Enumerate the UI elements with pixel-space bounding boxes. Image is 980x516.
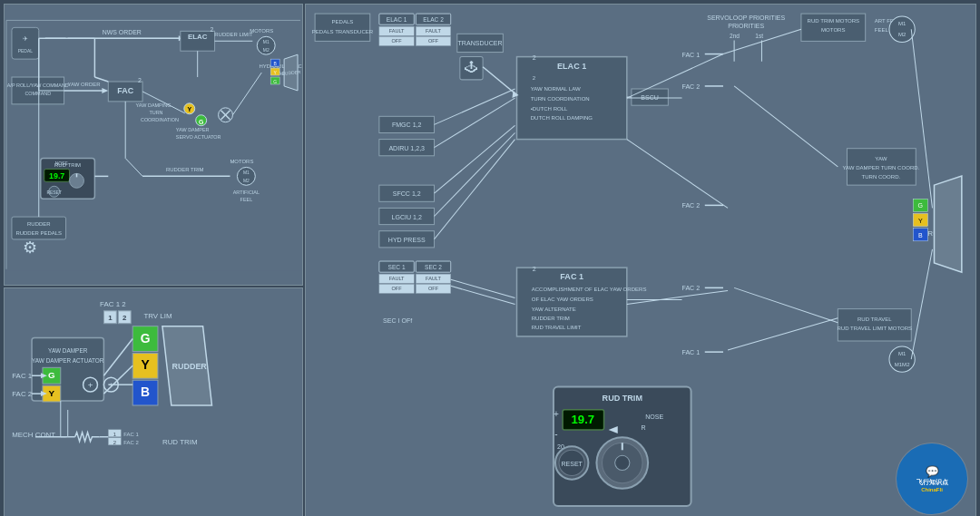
svg-text:2: 2 [211, 26, 214, 33]
svg-text:MOTORS: MOTORS [250, 28, 273, 34]
svg-text:RUD TRIM: RUD TRIM [603, 394, 642, 403]
svg-text:SEC I OFf: SEC I OFf [383, 317, 412, 324]
svg-text:RUD TRAVEL LIMIT MOTORS: RUD TRAVEL LIMIT MOTORS [837, 326, 912, 331]
svg-rect-69 [12, 217, 66, 239]
svg-text:ACCOMPLISHMENT OF ELAC YAW ORD: ACCOMPLISHMENT OF ELAC YAW ORDERS [532, 287, 647, 292]
svg-text:ELAC: ELAC [188, 33, 208, 41]
svg-text:TURN COORDINATION: TURN COORDINATION [531, 96, 590, 102]
svg-text:FAULT: FAULT [426, 28, 441, 34]
svg-text:FAC 1: FAC 1 [560, 272, 583, 281]
svg-text:TRANSDUCER: TRANSDUCER [458, 40, 503, 46]
right-panel: PEDALS PEDALS TRANSDUCER ELAC 1 ELAC 2 F… [305, 4, 976, 516]
svg-text:RUDDER TRIM: RUDDER TRIM [532, 316, 570, 321]
svg-text:OF ELAC YAW ORDERS: OF ELAC YAW ORDERS [532, 297, 593, 302]
svg-text:NOSE: NOSE [645, 414, 663, 420]
watermark: 💬 飞行知识点 ChinaFli [896, 443, 968, 515]
watermark-text2: ChinaFli [921, 487, 943, 492]
svg-text:SERVOLOOP PRIORITIES: SERVOLOOP PRIORITIES [707, 15, 785, 21]
svg-text:OFF: OFF [428, 38, 439, 44]
svg-text:PEDAL: PEDAL [18, 49, 33, 54]
svg-text:M2: M2 [263, 48, 270, 53]
watermark-text1: 飞行知识点 [916, 478, 948, 487]
svg-text:RUDDER: RUDDER [27, 221, 51, 227]
svg-text:SEC 1: SEC 1 [388, 264, 406, 270]
svg-text:M2: M2 [898, 32, 906, 37]
svg-point-264 [615, 455, 630, 470]
svg-text:1: 1 [108, 314, 113, 322]
bottom-left-diagram: FAC 1 2 1 2 TRV LIM G Y [4, 287, 303, 516]
svg-text:COMMAND: COMMAND [24, 91, 51, 96]
svg-text:RESET: RESET [561, 461, 583, 467]
svg-text:OFF: OFF [428, 286, 439, 291]
svg-text:ARTIFICIAL: ARTIFICIAL [233, 190, 260, 195]
svg-text:M1: M1 [263, 40, 270, 44]
svg-text:YAW DAMPER TURN COORD.: YAW DAMPER TURN COORD. [842, 165, 919, 170]
svg-text:YAW DAMPER ACTUATOR: YAW DAMPER ACTUATOR [32, 358, 104, 365]
svg-text:FEEL: FEEL [875, 27, 889, 33]
svg-text:✈: ✈ [23, 35, 28, 42]
svg-text:G: G [141, 331, 151, 346]
main-container: ✈ PEDAL NWS ORDER ELAC 2 RUDDER LIMIT M1… [0, 0, 980, 516]
svg-text:FAC 1  2: FAC 1 2 [100, 300, 126, 308]
svg-text:HYD PRESS: HYD PRESS [388, 237, 426, 243]
svg-text:B: B [141, 385, 150, 399]
svg-text:FAULT: FAULT [426, 276, 441, 281]
svg-text:RUD TRAVEL LIMIT: RUD TRAVEL LIMIT [532, 325, 582, 330]
svg-text:OFF: OFF [392, 38, 403, 44]
svg-text:MOTORS: MOTORS [821, 27, 845, 33]
svg-text:YAW DAMPER: YAW DAMPER [176, 127, 210, 132]
svg-text:NOSE: NOSE [55, 161, 69, 166]
svg-text:TURN COORD.: TURN COORD. [862, 174, 901, 180]
svg-text:SFCC 1,2: SFCC 1,2 [393, 190, 421, 197]
svg-text:ELAC 2: ELAC 2 [423, 16, 444, 23]
svg-text:G: G [273, 80, 277, 84]
svg-text:19.7: 19.7 [49, 171, 64, 180]
svg-text:MOTORS: MOTORS [230, 159, 253, 164]
svg-text:PEDALS TRANSDUCER: PEDALS TRANSDUCER [312, 29, 374, 34]
svg-text:ELAC 1: ELAC 1 [557, 62, 586, 71]
svg-text:G: G [918, 202, 923, 209]
svg-text:FAC 1: FAC 1 [681, 52, 700, 58]
svg-text:2: 2 [533, 54, 536, 61]
svg-text:G: G [48, 370, 55, 380]
svg-text:2: 2 [533, 266, 536, 272]
svg-text:M1: M1 [898, 351, 906, 356]
svg-text:SEC 2: SEC 2 [425, 264, 442, 270]
svg-text:🕹: 🕹 [465, 60, 477, 74]
svg-text:RUD TRIM: RUD TRIM [162, 438, 198, 446]
svg-text:YAW DAMPING: YAW DAMPING [136, 102, 172, 108]
svg-text:2: 2 [122, 314, 127, 322]
svg-text:1st: 1st [755, 33, 763, 39]
svg-text:ADIRU 1,2,3: ADIRU 1,2,3 [388, 145, 425, 151]
svg-text:FAULT: FAULT [389, 276, 405, 281]
svg-text:2: 2 [138, 77, 142, 83]
svg-text:FAC 2: FAC 2 [12, 390, 32, 398]
svg-text:2: 2 [113, 440, 116, 445]
svg-text:Y: Y [49, 388, 55, 398]
svg-text:19.7: 19.7 [572, 413, 595, 426]
svg-text:PEDALS: PEDALS [332, 19, 354, 24]
svg-text:FAC 1: FAC 1 [123, 432, 139, 437]
svg-rect-3 [12, 27, 39, 59]
svg-text:ELAC 1: ELAC 1 [387, 16, 407, 23]
svg-text:SERVO ACTUATOR: SERVO ACTUATOR [176, 134, 221, 140]
svg-text:PRIORITIES: PRIORITIES [728, 23, 764, 29]
svg-text:OFF: OFF [392, 286, 403, 291]
svg-text:NWS ORDER: NWS ORDER [103, 29, 142, 35]
svg-text:RUDDER: RUDDER [172, 362, 208, 371]
svg-text:COORDINATION: COORDINATION [141, 117, 179, 122]
svg-text:FMGC 1,2: FMGC 1,2 [392, 122, 422, 128]
svg-text:RUD TRAVEL: RUD TRAVEL [858, 316, 892, 322]
svg-text:TURN: TURN [149, 110, 162, 115]
svg-rect-134 [315, 14, 370, 41]
svg-text:FAULT: FAULT [389, 28, 405, 34]
svg-text:-: - [554, 429, 557, 439]
svg-text:M1: M1 [898, 21, 906, 26]
svg-text:FAC 2: FAC 2 [681, 285, 700, 291]
svg-text:YAW: YAW [875, 156, 887, 161]
svg-text:FAC 1: FAC 1 [12, 372, 33, 380]
svg-text:G: G [199, 119, 203, 125]
svg-text:2nd: 2nd [730, 33, 740, 39]
svg-text:LGCIU 1,2: LGCIU 1,2 [392, 214, 422, 220]
svg-text:RUD TRIM MOTORS: RUD TRIM MOTORS [808, 18, 860, 24]
